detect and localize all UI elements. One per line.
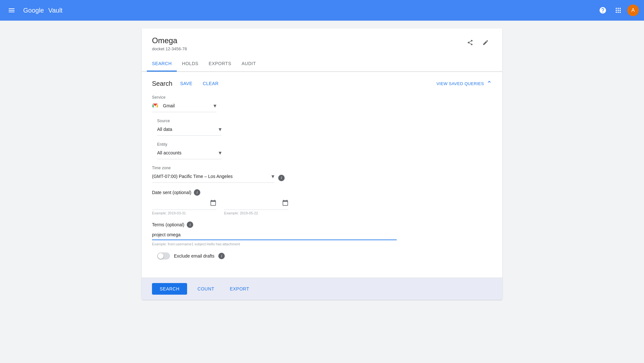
timezone-value: (GMT-07:00) Pacific Time – Los Angeles bbox=[152, 174, 271, 179]
share-icon[interactable] bbox=[464, 36, 477, 49]
search-panel-title: Search bbox=[152, 80, 172, 87]
source-label: Source bbox=[157, 119, 492, 123]
date-sent-section: Date sent (optional) i Ex bbox=[152, 189, 492, 215]
source-dropdown[interactable]: All data ▾ bbox=[157, 126, 222, 136]
toggle-thumb bbox=[158, 253, 164, 259]
terms-section: Terms (optional) i Example: from:usernam… bbox=[152, 221, 492, 246]
entity-value: All accounts bbox=[157, 150, 216, 155]
action-bar: SEARCH COUNT EXPORT bbox=[142, 278, 502, 300]
terms-input-wrapper bbox=[152, 232, 397, 240]
matter-title: Omega bbox=[152, 36, 187, 45]
start-date-input[interactable] bbox=[152, 201, 210, 206]
date-inputs: Example: 2019-03-31 Example: 2019-05-22 bbox=[152, 200, 492, 215]
search-panel: Search SAVE CLEAR VIEW SAVED QUERIES ⌃ S… bbox=[142, 72, 502, 278]
save-button[interactable]: SAVE bbox=[177, 80, 195, 87]
search-header: Search SAVE CLEAR VIEW SAVED QUERIES ⌃ bbox=[152, 80, 492, 87]
count-button[interactable]: COUNT bbox=[192, 283, 219, 295]
tab-audit[interactable]: AUDIT bbox=[236, 56, 261, 72]
exclude-drafts-info-icon[interactable]: i bbox=[218, 253, 225, 259]
service-value: Gmail bbox=[163, 103, 211, 108]
search-button[interactable]: SEARCH bbox=[152, 283, 187, 295]
end-date-field bbox=[224, 200, 289, 210]
terms-info-icon[interactable]: i bbox=[187, 221, 193, 228]
avatar[interactable]: A bbox=[627, 5, 639, 16]
source-field: Source All data ▾ bbox=[157, 119, 492, 136]
service-field: Service Gmail ▾ bbox=[152, 95, 492, 112]
menu-icon[interactable] bbox=[5, 4, 18, 17]
tab-exports[interactable]: EXPORTS bbox=[204, 56, 236, 72]
service-dropdown-arrow: ▾ bbox=[213, 102, 216, 109]
timezone-dropdown-arrow: ▾ bbox=[271, 173, 274, 180]
service-dropdown[interactable]: Gmail ▾ bbox=[152, 102, 216, 112]
entity-dropdown[interactable]: All accounts ▾ bbox=[157, 149, 222, 159]
source-value: All data bbox=[157, 127, 216, 132]
help-icon[interactable] bbox=[596, 4, 609, 17]
terms-label: Terms (optional) i bbox=[152, 221, 492, 228]
date-sent-label: Date sent (optional) i bbox=[152, 189, 492, 196]
source-dropdown-arrow: ▾ bbox=[219, 126, 222, 133]
chevron-up-icon: ⌃ bbox=[487, 80, 492, 87]
exclude-drafts-toggle[interactable] bbox=[157, 252, 170, 260]
matter-header: Omega docket 12-3456-78 bbox=[142, 28, 502, 51]
entity-label: Entity bbox=[157, 142, 492, 147]
app-bar: Google Vault A bbox=[0, 0, 644, 21]
clear-button[interactable]: CLEAR bbox=[200, 80, 221, 87]
matter-docket: docket 12-3456-78 bbox=[152, 46, 187, 51]
terms-example: Example: from:username1 subject:Hello ha… bbox=[152, 242, 492, 246]
service-label: Service bbox=[152, 95, 492, 100]
export-button[interactable]: EXPORT bbox=[225, 283, 254, 295]
matter-card: Omega docket 12-3456-78 SEARCH HOLDS bbox=[142, 28, 502, 300]
tabs: SEARCH HOLDS EXPORTS AUDIT bbox=[142, 56, 502, 72]
start-date-field bbox=[152, 200, 216, 210]
timezone-info-icon[interactable]: i bbox=[278, 175, 285, 181]
exclude-drafts-label: Exclude email drafts bbox=[174, 253, 214, 259]
end-date-calendar-icon[interactable] bbox=[282, 200, 289, 208]
entity-field: Entity All accounts ▾ bbox=[157, 142, 492, 159]
end-date-input[interactable] bbox=[224, 201, 282, 206]
apps-icon[interactable] bbox=[612, 4, 625, 17]
start-date-example: Example: 2019-03-31 bbox=[152, 211, 216, 215]
tab-holds[interactable]: HOLDS bbox=[177, 56, 204, 72]
timezone-field: Time zone (GMT-07:00) Pacific Time – Los… bbox=[152, 166, 492, 183]
view-saved-queries-button[interactable]: VIEW SAVED QUERIES bbox=[437, 81, 484, 86]
timezone-dropdown[interactable]: (GMT-07:00) Pacific Time – Los Angeles ▾ bbox=[152, 173, 274, 183]
entity-dropdown-arrow: ▾ bbox=[219, 149, 222, 156]
end-date-example: Example: 2019-05-22 bbox=[224, 211, 289, 215]
timezone-label: Time zone bbox=[152, 166, 492, 170]
edit-icon[interactable] bbox=[479, 36, 492, 49]
tab-search[interactable]: SEARCH bbox=[147, 56, 177, 72]
app-title: Google Vault bbox=[23, 7, 62, 14]
start-date-calendar-icon[interactable] bbox=[210, 200, 216, 208]
date-sent-info-icon[interactable]: i bbox=[194, 189, 200, 196]
exclude-drafts-row: Exclude email drafts i bbox=[157, 252, 492, 260]
gmail-icon bbox=[152, 103, 158, 109]
terms-input[interactable] bbox=[152, 232, 397, 237]
